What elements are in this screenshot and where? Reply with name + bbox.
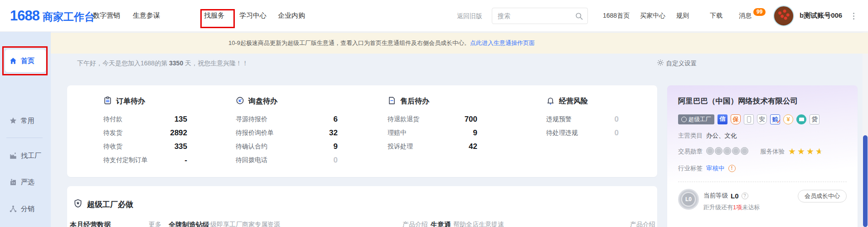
- super-factory-card: 超级工厂必做 本月经营数据 更多 全牌制造钻级 升级即享工厂商家专属资源 产品介…: [67, 186, 657, 227]
- todo-label: 待支付定制订单: [103, 156, 148, 164]
- link-messages[interactable]: 消息: [739, 12, 752, 20]
- upgrade-hint: 距升级还有1项未达标: [703, 203, 760, 212]
- todo-row[interactable]: 待付款135: [103, 113, 187, 126]
- todo-row[interactable]: 待处理违规0: [546, 126, 619, 140]
- account-name[interactable]: b测试账号006: [800, 11, 842, 20]
- medal-icon: [723, 147, 731, 155]
- notice-banner: 10-9起极速商品更新为超级工厂版生意通，查看入口为首页生意通组件及右侧会员成长…: [51, 33, 868, 54]
- todo-label: 待回拨电话: [236, 156, 267, 164]
- customize-settings-button[interactable]: 自定义设置: [657, 59, 697, 68]
- todo-row[interactable]: 违规预警0: [546, 113, 619, 126]
- member-growth-center-button[interactable]: 会员成长中心: [798, 190, 847, 202]
- sidebar-item-strict-selection[interactable]: 严选: [0, 177, 51, 188]
- guarantee-badge[interactable]: 保: [731, 114, 741, 124]
- strip-product-intro[interactable]: 产品介绍: [402, 221, 428, 227]
- todo-label: 待确认合约: [236, 143, 267, 151]
- avatar[interactable]: [773, 5, 794, 26]
- todo-label: 待处理违规: [546, 129, 578, 137]
- link-1688-home[interactable]: 1688首页: [603, 12, 630, 20]
- currency-badge[interactable]: ¥: [783, 114, 793, 124]
- todo-label: 待收货: [103, 143, 122, 151]
- todo-column-aftersales: 售后待办 待退款退货700 理赔中9 投诉处理42: [388, 96, 477, 153]
- todo-label: 待发货: [103, 129, 122, 137]
- scrollbar-thumb[interactable]: [863, 135, 868, 227]
- document-icon: [388, 96, 396, 107]
- todo-label: 理赔中: [388, 129, 407, 137]
- sidebar-item-distribution[interactable]: 分销: [0, 203, 51, 214]
- half-star-icon: [815, 147, 824, 156]
- todo-row[interactable]: 待发货2892: [103, 126, 187, 140]
- search-box[interactable]: [492, 8, 588, 24]
- todo-column-orders: 订单待办 待付款135 待发货2892 待收货335 待支付定制订单-: [103, 96, 187, 167]
- todo-row[interactable]: 待支付定制订单-: [103, 153, 187, 167]
- clipboard-icon: [103, 96, 112, 107]
- network-icon: [9, 205, 17, 213]
- link-download[interactable]: 下载: [710, 12, 723, 20]
- search-input[interactable]: [492, 8, 574, 24]
- strip-more-link[interactable]: 更多: [149, 221, 161, 227]
- sidebar-item-label: 分销: [21, 205, 34, 213]
- medal-icon: [741, 147, 748, 155]
- industry-tag-label: 行业标签: [678, 164, 703, 173]
- todo-column-risks: 经营风险 违规预警0 待处理违规0: [546, 96, 619, 140]
- todo-value: 2892: [170, 128, 187, 138]
- bank-card-badge[interactable]: [796, 114, 806, 124]
- merchant-workbench-page: 1688 商家工作台 数字营销 生意参谋 找服务 学习中心 企业内购 返回旧版 …: [0, 0, 868, 227]
- strip-product-intro[interactable]: 产品介绍: [630, 221, 655, 227]
- link-rules[interactable]: 规则: [676, 12, 689, 20]
- trade-medal-icons: [706, 147, 749, 156]
- integrity-badge[interactable]: 信: [718, 114, 727, 124]
- security-badge[interactable]: 安: [757, 114, 767, 124]
- main-category-row: 主营类目 办公、文化: [678, 132, 737, 140]
- industry-tag-row: 行业标签 审核中: [678, 164, 736, 173]
- annotation-box-sidebar-home: [2, 46, 48, 75]
- todo-column-title: 售后待办: [400, 97, 429, 106]
- more-menu-icon[interactable]: [853, 15, 854, 17]
- star-icon: [806, 147, 815, 156]
- current-level-row: 当前等级 L0: [703, 192, 748, 200]
- nav-enterprise-purchase[interactable]: 企业内购: [278, 11, 305, 20]
- sidebar-divider: [6, 138, 43, 138]
- banner-link[interactable]: 点此进入生意通操作页面: [470, 39, 535, 46]
- todo-value: 0: [334, 156, 338, 165]
- nav-digital-marketing[interactable]: 数字营销: [93, 11, 120, 20]
- todo-row[interactable]: 理赔中9: [388, 126, 477, 140]
- todo-label: 违规预警: [546, 115, 572, 123]
- todo-row[interactable]: 待回拨电话0: [236, 153, 338, 167]
- todo-row[interactable]: 待退款退货700: [388, 113, 477, 126]
- credit-purchase-badge[interactable]: 赊: [770, 114, 780, 124]
- loan-badge[interactable]: 贷: [810, 114, 820, 124]
- nav-business-advisor[interactable]: 生意参谋: [133, 11, 160, 20]
- question-icon[interactable]: [742, 192, 748, 199]
- nav-learning-center[interactable]: 学习中心: [239, 11, 267, 20]
- search-icon[interactable]: [575, 12, 583, 22]
- todo-row[interactable]: 待报价询价单32: [236, 126, 338, 140]
- category-label: 主营类目: [678, 132, 703, 140]
- todo-label: 待退款退货: [388, 115, 419, 123]
- todo-label: 寻源待报价: [236, 115, 267, 123]
- logo-1688[interactable]: 1688 商家工作台: [10, 8, 95, 24]
- annotation-box-nav-find-services: [200, 9, 235, 28]
- under-review-link[interactable]: 审核中: [706, 164, 725, 173]
- category-value: 办公、文化: [706, 132, 737, 140]
- sidebar-item-find-factory[interactable]: 找工厂: [0, 150, 51, 161]
- todo-label: 待报价询价单: [236, 129, 274, 137]
- banner-text: 10-9起极速商品更新为超级工厂版生意通，查看入口为首页生意通组件及右侧会员成长…: [228, 39, 470, 46]
- back-to-old-version-link[interactable]: 返回旧版: [457, 12, 482, 20]
- company-badges: 超级工厂 信 保 安 赊 ¥ 贷: [678, 114, 820, 124]
- mobile-badge[interactable]: [744, 114, 754, 124]
- todo-value: 335: [175, 142, 187, 151]
- trade-medal-label: 交易勋章: [678, 148, 703, 156]
- hint-prefix: 距升级还有: [703, 204, 733, 211]
- sidebar-item-favorites[interactable]: 常用: [0, 115, 51, 126]
- link-buyer-center[interactable]: 买家中心: [640, 12, 665, 20]
- todo-row[interactable]: 待收货335: [103, 140, 187, 153]
- todo-row[interactable]: 投诉处理42: [388, 140, 477, 153]
- top-header: 1688 商家工作台 数字营销 生意参谋 找服务 学习中心 企业内购 返回旧版 …: [0, 0, 868, 32]
- todo-row[interactable]: 寻源待报价6: [236, 113, 338, 126]
- super-factory-badge[interactable]: 超级工厂: [678, 114, 714, 124]
- todo-row[interactable]: 待确认合约9: [236, 140, 338, 153]
- message-count-badge[interactable]: 99: [753, 8, 766, 16]
- logo-suffix: 商家工作台: [43, 10, 95, 24]
- factory-icon: [9, 152, 17, 160]
